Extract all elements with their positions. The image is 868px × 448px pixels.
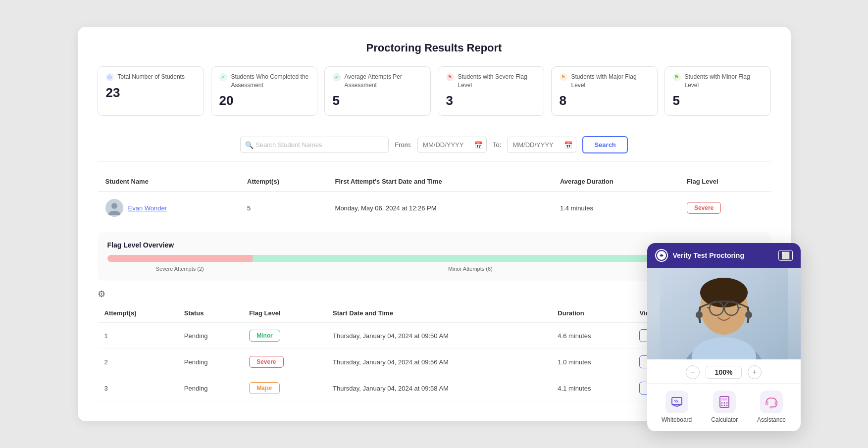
stat-value: 5 [333,93,422,108]
calculator-button[interactable]: Calculator [711,391,738,423]
severe-label: Severe Attempts (2) [107,266,253,272]
zoom-out-button[interactable]: − [686,365,700,379]
svg-rect-28 [766,401,768,405]
assistance-label: Assistance [757,416,786,423]
sub-start-2: Thursday, January 04, 2024 at 09:56 AM [326,349,551,375]
sub-status-1: Pending [177,322,242,349]
sub-col-duration: Duration [551,304,632,322]
widget-logo [655,249,668,262]
sub-attempt-3: 3 [98,375,177,401]
sub-duration-2: 1.0 minutes [551,349,632,375]
search-input-wrap: 🔍 [240,137,389,153]
widget-video-placeholder [647,268,801,359]
calculator-label: Calculator [711,416,738,423]
search-button[interactable]: Search [582,136,627,153]
assistance-button[interactable]: Assistance [757,391,786,423]
svg-point-1 [111,203,117,209]
stat-card-average-attempts: ✓ Average Attempts Per Assessment 5 [324,66,431,116]
svg-point-13 [696,311,703,318]
sub-start-3: Thursday, January 04, 2024 at 09:58 AM [326,375,551,401]
stat-icon: ⚑ [446,73,454,81]
stat-icon: ◎ [106,73,114,81]
to-date-wrap: 📅 [507,137,576,153]
to-calendar-icon: 📅 [564,141,572,149]
student-name-link[interactable]: Evan Wonder [128,204,167,212]
stats-row: ◎ Total Number of Students 23 ✓ Students… [98,66,771,116]
svg-point-30 [770,406,772,408]
stat-icon: ✓ [219,73,227,81]
stat-label: ⚑ Students with Severe Flag Level [446,73,536,90]
svg-rect-29 [775,401,777,405]
stat-card-total-students: ◎ Total Number of Students 23 [98,66,204,116]
svg-rect-21 [721,398,727,400]
stat-value: 5 [673,93,763,108]
sub-flag-2: Severe [242,349,326,375]
sub-col-start: Start Date and Time [326,304,551,322]
search-bar-section: 🔍 From: 📅 To: 📅 Search [98,128,771,162]
main-card: Proctoring Results Report ◎ Total Number… [78,27,791,422]
proctoring-widget: Verity Test Proctoring ⬜ [647,243,801,431]
stat-value: 8 [560,93,649,108]
stat-label-text: Total Number of Students [118,73,185,81]
main-table-container: Student Name Attempt(s) First Attempt's … [98,172,771,224]
stat-card-severe-flag: ⚑ Students with Severe Flag Level 3 [438,66,544,116]
stat-label-text: Students Who Completed the Assessment [231,73,309,90]
stat-value: 20 [219,93,309,108]
svg-line-18 [674,400,676,402]
stat-label: ◎ Total Number of Students [106,73,196,81]
stat-label: ✓ Students Who Completed the Assessment [219,73,309,90]
svg-point-24 [726,402,728,404]
from-calendar-icon: 📅 [474,141,483,149]
flag-badge-minor-1: Minor [249,330,280,342]
col-avg-duration: Average Duration [552,172,679,192]
widget-header-left: Verity Test Proctoring [655,249,744,262]
col-student-name: Student Name [98,172,240,192]
main-table-head: Student Name Attempt(s) First Attempt's … [98,172,771,192]
svg-point-22 [721,402,723,404]
sub-duration-1: 4.6 minutes [551,322,632,349]
svg-line-19 [676,400,678,402]
avatar [105,199,123,217]
page-title: Proctoring Results Report [98,42,771,54]
stat-card-major-flag: ⚑ Students with Major Flag Level 8 [551,66,658,116]
stat-card-minor-flag: ⚑ Students with Minor Flag Level 5 [664,66,771,116]
flag-bar-minor [253,255,688,262]
sub-flag-1: Minor [242,322,326,349]
stat-label: ⚑ Students with Minor Flag Level [673,73,763,90]
widget-zoom-row: − 100% + [647,359,801,384]
flag-level-cell: Severe [679,192,771,224]
stat-label: ✓ Average Attempts Per Assessment [333,73,422,90]
whiteboard-button[interactable]: Whiteboard [662,391,692,423]
svg-point-26 [724,405,725,406]
stat-icon: ⚑ [560,73,567,81]
stat-card-completed-assessment: ✓ Students Who Completed the Assessment … [211,66,317,116]
whiteboard-icon [665,391,688,413]
stat-label: ⚑ Students with Major Flag Level [560,73,649,90]
flag-bar-severe [107,255,253,262]
col-attempts: Attempt(s) [239,172,327,192]
page-wrapper: Proctoring Results Report ◎ Total Number… [78,27,791,422]
from-date-wrap: 📅 [417,137,487,153]
attempts-cell: 5 [239,192,327,224]
stat-label-text: Students with Major Flag Level [571,73,649,90]
search-input[interactable] [240,137,389,153]
col-flag-level: Flag Level [679,172,771,192]
stat-value: 23 [106,85,196,100]
minor-label: Minor Attempts (6) [253,266,688,272]
widget-expand-button[interactable]: ⬜ [778,250,793,261]
sub-duration-3: 4.1 minutes [551,375,632,401]
sub-status-3: Pending [177,375,242,401]
widget-header: Verity Test Proctoring ⬜ [647,243,801,268]
sub-attempt-2: 2 [98,349,177,375]
sub-start-1: Thursday, January 04, 2024 at 09:50 AM [326,322,551,349]
zoom-in-button[interactable]: + [748,365,762,379]
svg-point-14 [745,311,752,318]
stat-label-text: Students with Severe Flag Level [458,73,536,90]
stat-value: 3 [446,93,536,108]
search-icon: 🔍 [245,141,254,149]
sub-attempt-1: 1 [98,322,177,349]
sub-col-attempt: Attempt(s) [98,304,177,322]
stat-label-text: Average Attempts Per Assessment [345,73,422,90]
duration-cell: 1.4 minutes [552,192,679,224]
stat-icon: ⚑ [673,73,681,81]
